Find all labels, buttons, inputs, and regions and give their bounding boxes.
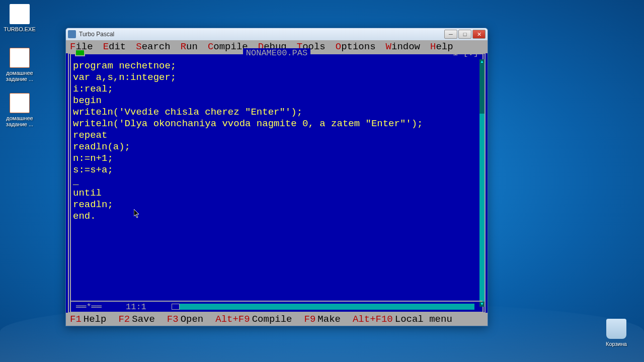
shortcut-compile[interactable]: Alt+F9Compile xyxy=(215,314,292,325)
trash-icon xyxy=(606,319,626,339)
desktop-icon-label: домашнее задание ... xyxy=(2,70,37,82)
exe-icon xyxy=(10,4,30,24)
modified-indicator: ══*══ xyxy=(76,302,102,312)
cursor-position: 11:1 xyxy=(126,302,146,312)
ppt-icon xyxy=(10,48,30,68)
titlebar[interactable]: Turbo Pascal ─ □ ✕ xyxy=(66,28,488,40)
scroll-thumb[interactable] xyxy=(479,63,485,114)
maximize-button[interactable]: □ xyxy=(458,30,471,39)
hscroll-thumb[interactable] xyxy=(172,304,180,310)
ide-body: File Edit Search Run Compile Debug Tools… xyxy=(66,40,488,326)
desktop-icon-label: Корзина xyxy=(599,341,634,347)
desktop-icon-trash[interactable]: Корзина xyxy=(599,319,634,347)
close-button[interactable]: ✕ xyxy=(472,30,486,39)
turbo-pascal-window: Turbo Pascal ─ □ ✕ File Edit Search Run … xyxy=(65,28,488,326)
app-icon xyxy=(68,30,76,38)
ppt-icon xyxy=(10,93,30,113)
desktop-icon-file1[interactable]: домашнее задание ... xyxy=(2,48,37,82)
minimize-button[interactable]: ─ xyxy=(444,30,457,39)
horizontal-scrollbar[interactable] xyxy=(172,304,474,310)
editor-frame: NONAME00.PAS 1═[↕] program nechetnoe; va… xyxy=(68,53,486,313)
shortcut-localmenu[interactable]: Alt+F10Local menu xyxy=(353,314,452,325)
desktop-icon-label: домашнее задание ... xyxy=(2,115,37,127)
desktop-icon-file2[interactable]: домашнее задание ... xyxy=(2,93,37,127)
window-title: Turbo Pascal xyxy=(79,31,443,38)
code-editor[interactable]: program nechetnoe; var a,s,n:integer; i:… xyxy=(71,54,482,301)
shortcut-open[interactable]: F3Open xyxy=(167,314,203,325)
shortcut-help[interactable]: F1Help xyxy=(70,314,106,325)
vertical-scrollbar[interactable]: ▲ ▼ xyxy=(479,59,485,307)
editor-bottombar: ══*══ 11:1 xyxy=(71,301,482,312)
desktop-icon-label: TURBO.EXE xyxy=(2,26,37,32)
shortcut-make[interactable]: F9Make xyxy=(304,314,341,325)
statusbar: F1Help F2Save F3Open Alt+F9Compile F9Mak… xyxy=(66,313,488,326)
desktop-icon-turbo[interactable]: TURBO.EXE xyxy=(2,4,37,32)
shortcut-save[interactable]: F2Save xyxy=(118,314,154,325)
